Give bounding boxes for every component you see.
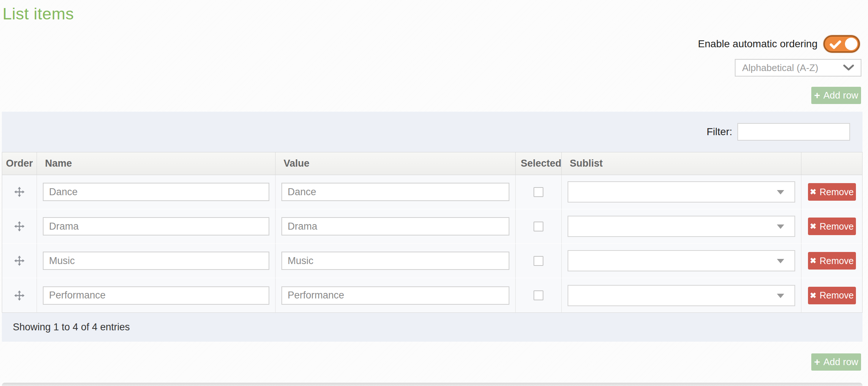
remove-label: Remove (820, 290, 854, 301)
dropdown-arrow-icon (777, 190, 784, 194)
sublist-select[interactable] (568, 181, 795, 203)
remove-label: Remove (820, 256, 854, 266)
remove-button[interactable]: ✖ Remove (808, 218, 856, 235)
table-body: ✖ Remove ✖ Remove (2, 175, 862, 313)
column-header-name: Name (37, 152, 276, 175)
filter-label: Filter: (707, 126, 732, 138)
add-row-button-bottom[interactable]: + Add row (811, 353, 861, 371)
column-header-sublist: Sublist (562, 152, 801, 175)
column-header-order: Order (2, 152, 37, 175)
remove-button[interactable]: ✖ Remove (808, 287, 856, 304)
checkmark-icon (830, 40, 841, 49)
ordering-select[interactable]: Alphabetical (A-Z) (735, 59, 861, 77)
name-input[interactable] (43, 252, 269, 270)
ordering-select-value: Alphabetical (A-Z) (742, 62, 843, 74)
column-header-actions (801, 152, 862, 175)
move-icon (14, 255, 25, 267)
sublist-select[interactable] (568, 285, 795, 306)
x-icon: ✖ (810, 256, 816, 265)
table-row: ✖ Remove (2, 209, 862, 244)
drag-handle[interactable] (2, 186, 37, 198)
remove-button[interactable]: ✖ Remove (808, 183, 856, 201)
auto-ordering-toggle[interactable] (823, 35, 860, 53)
drag-handle[interactable] (2, 255, 37, 267)
drag-handle[interactable] (2, 290, 37, 301)
remove-label: Remove (820, 221, 854, 232)
value-input[interactable] (281, 217, 509, 235)
table-row: ✖ Remove (2, 175, 862, 209)
x-icon: ✖ (810, 222, 816, 231)
selected-checkbox[interactable] (534, 222, 543, 231)
filter-bar: Filter: (2, 112, 863, 152)
add-row-label: Add row (823, 356, 858, 368)
list-items-table-container: Filter: Order Name Value Selected Sublis… (2, 112, 863, 342)
value-input[interactable] (281, 183, 509, 201)
auto-ordering-label: Enable automatic ordering (698, 38, 818, 50)
name-input[interactable] (43, 183, 269, 201)
x-icon: ✖ (810, 188, 816, 196)
chevron-down-icon (843, 64, 854, 71)
add-row-label: Add row (823, 90, 858, 101)
remove-label: Remove (820, 187, 854, 197)
next-panel-top-edge (2, 383, 863, 386)
move-icon (14, 220, 25, 232)
column-header-value: Value (276, 152, 516, 175)
sublist-select[interactable] (568, 250, 795, 271)
selected-checkbox[interactable] (534, 290, 543, 300)
filter-input[interactable] (737, 123, 850, 141)
x-icon: ✖ (810, 291, 816, 300)
table-header-row: Order Name Value Selected Sublist (2, 152, 862, 175)
dropdown-arrow-icon (777, 259, 784, 263)
name-input[interactable] (43, 217, 269, 235)
add-row-button-top[interactable]: + Add row (811, 87, 861, 104)
sublist-select[interactable] (568, 216, 795, 237)
table-footer: Showing 1 to 4 of 4 entries (2, 313, 863, 342)
toggle-knob (845, 38, 857, 50)
entries-summary: Showing 1 to 4 of 4 entries (13, 322, 130, 333)
selected-checkbox[interactable] (534, 187, 543, 197)
plus-icon: + (814, 357, 820, 367)
value-input[interactable] (281, 252, 509, 270)
dropdown-arrow-icon (777, 293, 784, 298)
page-title: List items (3, 4, 74, 23)
table-grid: Order Name Value Selected Sublist (2, 152, 863, 313)
list-items-table: Order Name Value Selected Sublist (2, 152, 862, 313)
dropdown-arrow-icon (777, 224, 784, 229)
table-row: ✖ Remove (2, 278, 862, 313)
name-input[interactable] (43, 286, 269, 305)
plus-icon: + (814, 90, 820, 101)
remove-button[interactable]: ✖ Remove (808, 252, 856, 270)
move-icon (14, 290, 25, 301)
value-input[interactable] (281, 286, 509, 305)
selected-checkbox[interactable] (534, 256, 543, 266)
column-header-selected: Selected (516, 152, 562, 175)
drag-handle[interactable] (2, 220, 37, 232)
table-row: ✖ Remove (2, 244, 862, 278)
auto-ordering-control: Enable automatic ordering (698, 35, 860, 53)
move-icon (14, 186, 25, 198)
